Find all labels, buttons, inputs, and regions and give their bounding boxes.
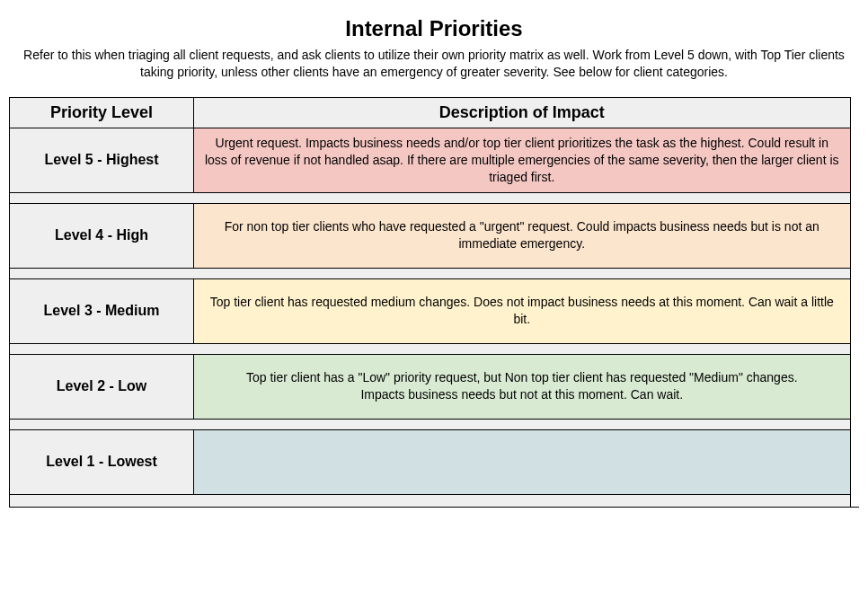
priority-desc-cell: Urgent request. Impacts business needs a…: [194, 128, 851, 192]
table-spacer-row: [10, 343, 860, 354]
table-row: Level 5 - HighestUrgent request. Impacts…: [10, 128, 860, 192]
table-row: Level 2 - LowTop tier client has a "Low"…: [10, 354, 860, 419]
table-spacer-row: [10, 192, 860, 203]
priority-desc-cell: For non top tier clients who have reques…: [194, 203, 851, 268]
priority-level-cell: Level 1 - Lowest: [10, 429, 194, 494]
header-priority-level: Priority Level: [10, 97, 194, 128]
table-row: Level 3 - MediumTop tier client has requ…: [10, 278, 860, 343]
priority-desc-cell: Top tier client has a "Low" priority req…: [194, 354, 851, 419]
priority-table: Priority Level Description of Impact Lev…: [9, 97, 859, 508]
priority-desc-cell: Top tier client has requested medium cha…: [194, 278, 851, 343]
priority-level-cell: Level 3 - Medium: [10, 278, 194, 343]
header-extra: [850, 97, 859, 128]
priority-level-cell: Level 2 - Low: [10, 354, 194, 419]
table-footer-spacer: [10, 494, 860, 507]
page-subtitle: Refer to this when triaging all client r…: [12, 47, 856, 81]
table-row: Level 4 - HighFor non top tier clients w…: [10, 203, 860, 268]
table-row: Level 1 - Lowest: [10, 429, 860, 494]
priority-desc-cell: [194, 429, 851, 494]
table-spacer-row: [10, 268, 860, 278]
extra-cell: [850, 128, 859, 507]
priority-level-cell: Level 4 - High: [10, 203, 194, 268]
header-description: Description of Impact: [194, 97, 851, 128]
table-header-row: Priority Level Description of Impact: [10, 97, 860, 128]
table-spacer-row: [10, 419, 860, 429]
page-title: Internal Priorities: [9, 16, 859, 41]
priority-level-cell: Level 5 - Highest: [10, 128, 194, 192]
